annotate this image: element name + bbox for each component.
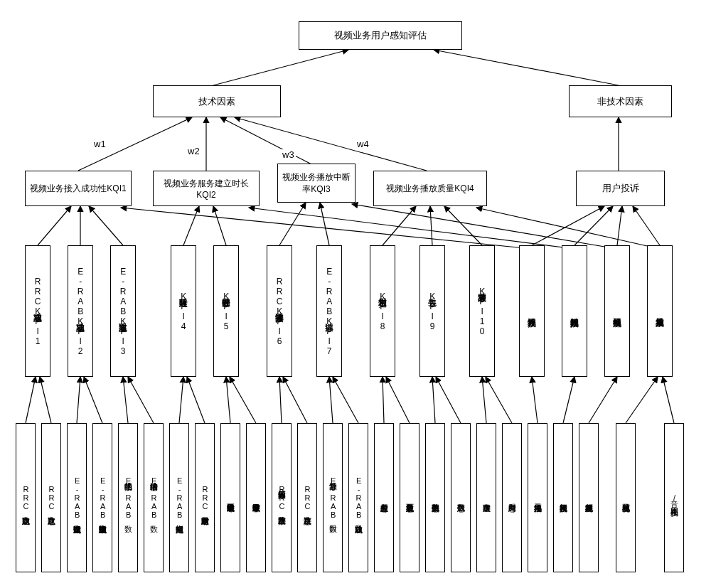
m1-node: RRC建立成功次数 (16, 423, 36, 572)
nontech-node: 非技术因素 (569, 85, 672, 117)
svg-line-29 (123, 377, 128, 423)
svg-line-27 (77, 377, 80, 423)
m4-node: E-RAB指派建立成功响应次数 (92, 423, 112, 572)
svg-line-37 (329, 377, 333, 423)
svg-line-43 (482, 377, 486, 423)
svg-line-25 (26, 377, 36, 423)
svg-line-34 (230, 377, 256, 423)
kqi4-label: 视频业务播放质量KQI4 (386, 183, 474, 195)
kpi2-label: E-RAB建立成功率KPI2 (75, 267, 85, 356)
svg-line-49 (663, 377, 674, 423)
m11-node: 异常原因导致的RRC连接释放次数 (272, 423, 292, 572)
svg-line-12 (279, 203, 306, 245)
kpi8-label: 带宽利用率KPI8 (378, 292, 387, 331)
kpi3-node: E-RAB建立阻塞率KPI3 (110, 245, 136, 377)
m25-label: 音/视频不同步 (669, 493, 678, 502)
svg-line-18 (574, 206, 613, 245)
svg-line-44 (486, 377, 512, 423)
m21-node: 视频无法接通 (528, 423, 547, 572)
kqi2-node: 视频业务服务建立时长KQI2 (153, 171, 260, 206)
m1-label: RRC建立成功次数 (21, 485, 30, 511)
m12-node: RRC连接总次数 (297, 423, 317, 572)
svg-line-46 (563, 377, 574, 423)
svg-line-23 (352, 204, 617, 249)
kqi3-label: 视频业务播放中断率KQI3 (281, 171, 352, 196)
m11-label: 异常原因导致的RRC连接释放次数 (277, 485, 286, 511)
kpi6-label: RRC连接异常掉话率KPI6 (274, 277, 284, 346)
m13-node: 异常释放E-RAB数目 (323, 423, 343, 572)
root-label: 视频业务用户感知评估 (334, 29, 427, 42)
m3-node: E-RAB指派建立尝试次数 (67, 423, 87, 572)
svg-line-42 (436, 377, 461, 423)
complaint-node: 用户投诉 (576, 171, 665, 206)
m5-label: 接纳拒绝的E-RAB数 (123, 476, 132, 519)
kpi5-label: 寻呼拥塞率KPI5 (221, 292, 231, 331)
svg-line-16 (444, 206, 482, 245)
m3-label: E-RAB指派建立尝试次数 (72, 476, 81, 519)
m9-node: 寻呼记录发送不成功次数 (220, 423, 240, 572)
kpi9-node: 丢包率KPI9 (419, 245, 445, 377)
m8-label: RRC发起建立请求时间 (200, 485, 209, 511)
kpi10-node: 重缓冲频率KPI10 (469, 245, 495, 377)
svg-line-0 (213, 50, 348, 85)
m12-label: RRC连接总次数 (302, 485, 311, 511)
kpi4-node: 呼叫建立时延KPI4 (171, 245, 196, 377)
svg-line-40 (386, 377, 410, 423)
svg-line-10 (183, 206, 199, 245)
w2-label: w2 (186, 146, 201, 156)
kpi10-label: 重缓冲频率KPI10 (477, 287, 487, 336)
c1-node: 视频接通性差 (519, 245, 545, 377)
complaint-label: 用户投诉 (602, 182, 639, 195)
m16-node: 视频业务下载总量 (400, 423, 419, 572)
m14-node: E-RAB建立成功数目 (348, 423, 368, 572)
tech-label: 技术因素 (198, 95, 235, 108)
m14-label: E-RAB建立成功数目 (353, 476, 363, 519)
svg-line-11 (213, 206, 226, 245)
svg-line-31 (179, 377, 183, 423)
svg-line-21 (121, 208, 532, 249)
m8-node: RRC发起建立请求时间 (195, 423, 215, 572)
svg-line-39 (383, 377, 384, 423)
m23-node: 视频重缓冲频率高 (579, 423, 599, 572)
root-node: 视频业务用户感知评估 (299, 21, 462, 50)
m7-node: E-RAB指派完成时间 (169, 423, 189, 572)
svg-line-41 (432, 377, 435, 423)
m6-label: 请求接纳的E-RAB数 (149, 476, 158, 519)
tech-node: 技术因素 (153, 85, 281, 117)
svg-line-28 (84, 377, 102, 423)
svg-line-33 (226, 377, 230, 423)
svg-line-9 (89, 206, 123, 245)
m24-node: 视频出现马赛克 (616, 423, 636, 572)
svg-line-35 (279, 377, 282, 423)
kpi1-label: RRC建立成功率KPI1 (33, 277, 43, 346)
m15-node: 业务占用总时长 (374, 423, 394, 572)
kpi8-node: 带宽利用率KPI8 (370, 245, 395, 377)
c2-node: 视频接入时间过长 (562, 245, 587, 377)
svg-line-22 (249, 208, 574, 249)
kpi9-label: 丢包率KPI9 (427, 292, 437, 331)
nontech-label: 非技术因素 (597, 95, 643, 108)
m2-node: RRC建立总次数 (41, 423, 61, 572)
svg-line-5 (235, 117, 427, 171)
kpi4-label: 呼叫建立时延KPI4 (178, 292, 188, 331)
kpi7-node: E-RAB掉话率KPI7 (316, 245, 342, 377)
m10-node: 寻呼记录应该发送次数 (246, 423, 266, 572)
m13-label: 异常释放E-RAB数目 (328, 476, 337, 519)
svg-line-1 (434, 50, 619, 85)
svg-line-20 (633, 206, 660, 245)
svg-line-17 (532, 206, 604, 245)
m22-node: 视频接入时间长 (553, 423, 573, 572)
c4-node: 视频播放质量差 (647, 245, 673, 377)
svg-line-14 (383, 206, 416, 245)
svg-line-30 (128, 377, 154, 423)
svg-line-47 (589, 377, 617, 423)
kpi3-label: E-RAB建立阻塞率KPI3 (118, 267, 128, 356)
m6-node: 请求接纳的E-RAB数 (144, 423, 164, 572)
kpi2-node: E-RAB建立成功率KPI2 (68, 245, 93, 377)
svg-line-4 (220, 117, 313, 165)
svg-line-19 (617, 206, 622, 245)
m19-node: 重缓冲次数 (476, 423, 496, 572)
m2-label: RRC建立总次数 (46, 485, 55, 511)
m18-node: 总数据包数 (451, 423, 471, 572)
svg-line-32 (187, 377, 205, 423)
